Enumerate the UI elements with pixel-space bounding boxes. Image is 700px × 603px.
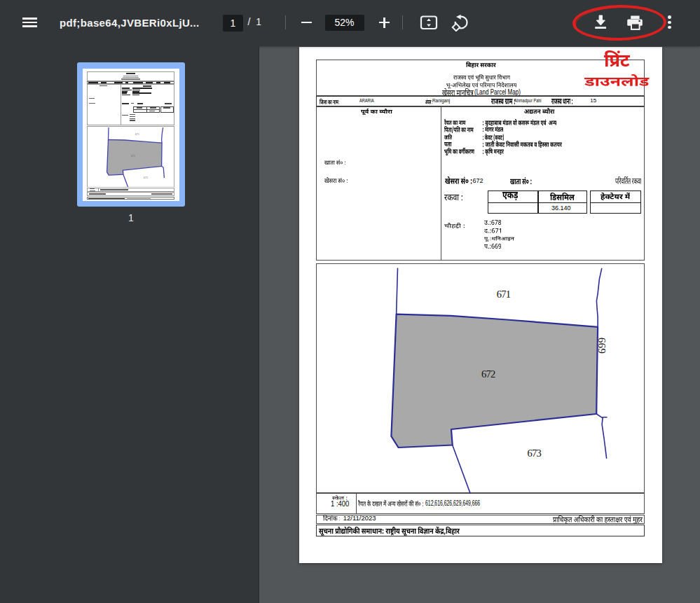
svg-text:669: 669: [596, 337, 608, 354]
svg-text:672: 672: [481, 368, 495, 379]
svg-text:672: 672: [131, 154, 135, 158]
svg-text:671: 671: [135, 132, 139, 136]
svg-text:673: 673: [144, 176, 148, 179]
svg-text:673: 673: [527, 448, 541, 459]
svg-text:671: 671: [496, 288, 510, 299]
